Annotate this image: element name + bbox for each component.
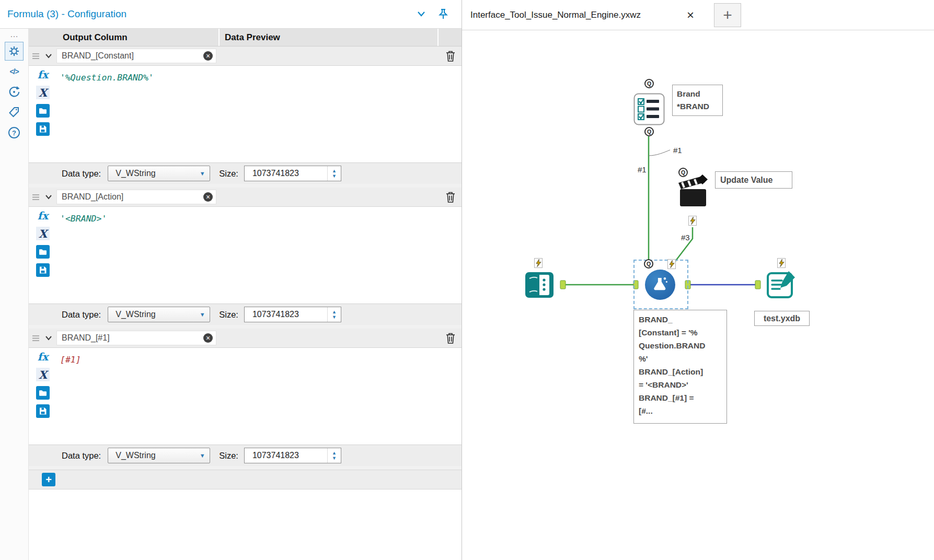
question-anchor[interactable]: Q	[644, 259, 653, 269]
formula-2-name-field: ×	[56, 190, 216, 204]
add-formula-button[interactable]: +	[42, 473, 55, 486]
help-tab-button[interactable]: ?	[5, 123, 24, 142]
workflow-canvas[interactable]: Q	[462, 30, 934, 560]
data-type-label: Data type:	[62, 310, 101, 320]
output-annotation[interactable]: test.yxdb	[754, 311, 810, 326]
spin-down-icon: ▼	[332, 173, 337, 179]
new-workflow-button[interactable]: +	[714, 3, 741, 27]
text-input-book-icon	[524, 270, 555, 300]
block-divider	[29, 466, 462, 470]
output-column-input[interactable]	[57, 51, 203, 61]
drag-handle-icon[interactable]	[30, 194, 41, 201]
formula-2-type-row: Data type: V_WString ▼ Size: 1073741823 …	[29, 304, 462, 325]
collapse-formula-icon[interactable]	[41, 335, 56, 341]
interface-bolt-icon	[534, 258, 543, 268]
formula-1-editor: fx X '%Question.BRAND%'	[29, 66, 462, 162]
size-label: Size:	[219, 310, 238, 320]
formula-block-1: × fx X	[29, 46, 462, 184]
variables-icon[interactable]: X	[36, 227, 50, 240]
pin-icon[interactable]	[437, 8, 449, 20]
action-bolt-icon	[688, 216, 697, 226]
size-value[interactable]: 1073741823	[245, 310, 327, 319]
size-value[interactable]: 1073741823	[245, 451, 327, 460]
data-type-dropdown[interactable]: V_WString ▼	[108, 448, 210, 463]
annotation-tab-button[interactable]	[5, 103, 24, 122]
delete-formula-button[interactable]	[440, 191, 462, 203]
clear-column-icon[interactable]: ×	[203, 51, 213, 61]
list-box-icon	[633, 93, 665, 125]
folder-icon	[39, 248, 47, 255]
dropdown-arrow-icon: ▼	[195, 170, 210, 177]
expression-editor[interactable]: '%Question.BRAND%'	[57, 66, 462, 162]
formula-3-type-row: Data type: V_WString ▼ Size: 1073741823 …	[29, 445, 462, 466]
trash-icon	[445, 332, 456, 344]
functions-icon[interactable]: fx	[38, 209, 49, 222]
formula-2-editor: fx X '<BRAND>'	[29, 207, 462, 304]
block-divider	[29, 325, 462, 329]
clear-column-icon[interactable]: ×	[203, 192, 213, 202]
list-box-tool[interactable]	[633, 93, 665, 127]
size-label: Size:	[219, 451, 238, 461]
collapse-formula-icon[interactable]	[41, 53, 56, 59]
close-tab-icon[interactable]: ×	[687, 10, 694, 20]
delete-formula-button[interactable]	[440, 50, 462, 62]
size-value[interactable]: 1073741823	[245, 169, 327, 178]
functions-icon[interactable]: fx	[38, 68, 49, 81]
expression-editor[interactable]: '<BRAND>'	[57, 207, 462, 304]
update-value-annotation[interactable]: Update Value	[715, 171, 792, 189]
update-value-tool[interactable]	[677, 174, 710, 211]
text-input-tool[interactable]	[524, 270, 555, 302]
save-expression-button[interactable]	[36, 122, 50, 136]
formula-tool[interactable]	[645, 270, 675, 300]
expression-toolbar: fx X	[29, 207, 57, 304]
workflow-tab[interactable]: Interface_Tool_Issue_Normal_Engine.yxwz …	[462, 0, 702, 30]
save-expression-button[interactable]	[36, 263, 50, 277]
refresh-tab-button[interactable]	[5, 83, 24, 101]
settings-tab-button[interactable]	[5, 42, 24, 61]
plus-icon: +	[723, 6, 732, 24]
variables-icon[interactable]: X	[36, 86, 50, 99]
formula-block-2: × fx X	[29, 188, 462, 325]
output-data-tool[interactable]	[766, 270, 797, 302]
question-anchor[interactable]: Q	[644, 79, 654, 88]
dropdown-arrow-icon: ▼	[195, 311, 210, 318]
save-expression-button[interactable]	[36, 404, 50, 418]
code-tab-button[interactable]: </>	[5, 62, 24, 81]
question-anchor[interactable]: Q	[644, 127, 654, 136]
question-anchor[interactable]: Q	[678, 168, 688, 177]
toolbar-overflow-icon[interactable]: …	[10, 30, 18, 40]
list-box-annotation[interactable]: Brand *BRAND	[672, 85, 723, 116]
formula-annotation[interactable]: BRAND_ [Constant] = '% Question.BRAND %'…	[633, 310, 727, 424]
open-expression-button[interactable]	[36, 386, 50, 400]
drag-handle-icon[interactable]	[30, 53, 41, 60]
size-spinner: 1073741823 ▲ ▼	[244, 166, 341, 181]
output-column-input[interactable]	[57, 333, 203, 343]
functions-icon[interactable]: fx	[38, 351, 49, 363]
open-expression-button[interactable]	[36, 245, 50, 259]
delete-formula-button[interactable]	[440, 332, 462, 344]
output-column-input[interactable]	[57, 192, 203, 202]
variables-icon[interactable]: X	[36, 368, 50, 381]
dropdown-arrow-icon: ▼	[195, 452, 210, 459]
data-type-dropdown[interactable]: V_WString ▼	[108, 166, 210, 181]
spin-down-icon: ▼	[332, 456, 337, 461]
spinner-arrows[interactable]: ▲ ▼	[327, 448, 341, 463]
data-type-label: Data type:	[62, 451, 101, 461]
expression-editor[interactable]: [#1]	[57, 348, 462, 445]
output-column-header: Output Column	[29, 29, 220, 46]
code-icon: </>	[9, 67, 18, 76]
open-expression-button[interactable]	[36, 104, 50, 118]
collapse-chevron-icon[interactable]	[416, 9, 427, 19]
formula-1-name-field: ×	[56, 49, 216, 63]
clear-column-icon[interactable]: ×	[203, 333, 213, 343]
expression-toolbar: fx X	[29, 66, 57, 162]
spinner-arrows[interactable]: ▲ ▼	[327, 166, 341, 181]
data-type-dropdown[interactable]: V_WString ▼	[108, 307, 210, 322]
spinner-arrows[interactable]: ▲ ▼	[327, 307, 341, 322]
drag-handle-icon[interactable]	[30, 335, 41, 342]
collapse-formula-icon[interactable]	[41, 194, 56, 200]
configuration-header: Formula (3) - Configuration	[0, 0, 462, 29]
data-preview-header: Data Preview	[220, 29, 439, 46]
connection-label: #1	[638, 165, 647, 174]
connection-label: #1	[673, 146, 682, 155]
